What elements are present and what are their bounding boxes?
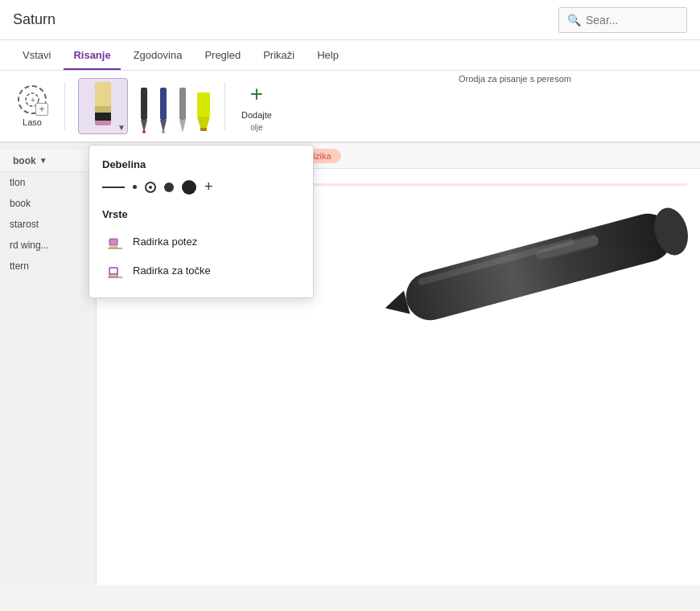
eraser-top <box>95 82 111 106</box>
svg-marker-16 <box>382 290 410 319</box>
vrste-title: Vrste <box>102 208 300 220</box>
laso-svg: + <box>24 92 40 108</box>
stroke-eraser-option[interactable]: Radirka potez <box>102 227 300 256</box>
pen-tool-1[interactable] <box>138 86 150 134</box>
pen-tool-3[interactable] <box>176 86 189 134</box>
thickness-medium-inner <box>149 186 152 189</box>
point-eraser-icon <box>105 260 125 280</box>
thickness-xlarge-dot[interactable] <box>182 180 196 195</box>
svg-rect-15 <box>535 235 599 260</box>
tab-prikazi[interactable]: Prikaži <box>253 39 304 70</box>
pen-tools-label: Orodja za pisanje s peresom <box>459 74 571 84</box>
separator-1 <box>64 82 65 130</box>
sidebar-item-starost[interactable]: starost <box>0 214 96 235</box>
stroke-eraser-label: Radirka potez <box>133 236 197 248</box>
laso-tool[interactable]: + Laso <box>13 80 51 132</box>
sidebar-item-ttern[interactable]: ttern <box>0 256 96 277</box>
svg-rect-12 <box>200 128 207 131</box>
app-title: Saturn <box>13 11 56 28</box>
eraser-tip <box>95 121 111 125</box>
svg-rect-18 <box>418 238 574 285</box>
tab-help[interactable]: Help <box>307 39 348 70</box>
svg-rect-2 <box>141 88 147 120</box>
eraser-bottom <box>95 113 111 121</box>
svg-point-4 <box>142 130 146 133</box>
pen-tool-2[interactable] <box>157 86 170 134</box>
ribbon-toolbar: + Laso ▼ <box>0 71 700 143</box>
highlighter-tool[interactable] <box>196 86 212 134</box>
add-tool-sublabel: olje <box>250 123 263 132</box>
eraser-tool-selected[interactable]: ▼ <box>78 78 128 134</box>
dropdown-arrow-icon: ▼ <box>117 123 126 132</box>
svg-rect-8 <box>179 88 186 120</box>
search-box[interactable]: 🔍 <box>558 7 687 33</box>
laso-label: Laso <box>23 117 42 127</box>
thickness-title: Debelina <box>102 158 300 170</box>
thickness-thin[interactable] <box>102 187 125 188</box>
point-eraser-option[interactable]: Radirka za točke <box>102 256 300 285</box>
laso-icon: + <box>18 85 47 114</box>
tab-risanje[interactable]: Risanje <box>64 39 120 70</box>
highlighter-svg <box>196 86 212 134</box>
pen-svg-3 <box>176 86 189 134</box>
search-input[interactable] <box>586 14 678 27</box>
notebook-header: book ▼ <box>0 150 96 172</box>
svg-rect-10 <box>197 92 210 117</box>
sidebar: book ▼ tlon book starost rd wing... tter… <box>0 143 97 585</box>
svg-rect-22 <box>109 268 117 274</box>
vrste-section: Vrste Radirka potez Radirka za točke <box>102 208 300 285</box>
add-tool-label: Dodajte <box>241 110 272 120</box>
sidebar-item-rdwing[interactable]: rd wing... <box>0 235 96 256</box>
svg-rect-5 <box>160 88 167 120</box>
thickness-options: + <box>102 178 300 195</box>
eraser-visual <box>84 82 122 130</box>
notebook-title: book <box>13 155 36 166</box>
svg-text:+: + <box>31 96 35 105</box>
pen-svg-1 <box>138 86 150 134</box>
eraser-dropdown: Debelina + Vrste Radirka potez <box>89 145 314 298</box>
thickness-large-dot[interactable] <box>164 182 174 192</box>
add-tool-button[interactable]: + Dodajte olje <box>238 78 275 135</box>
search-icon: 🔍 <box>567 14 581 27</box>
stroke-eraser-icon <box>105 232 125 251</box>
separator-2 <box>224 82 225 130</box>
svg-marker-9 <box>179 120 186 133</box>
svg-rect-14 <box>534 233 599 262</box>
point-eraser-label: Radirka za točke <box>133 264 211 277</box>
pen-tools-group <box>138 78 212 134</box>
sidebar-item-book[interactable]: book <box>0 193 96 214</box>
thickness-medium-dot[interactable] <box>145 182 156 193</box>
sidebar-item-tlon[interactable]: tlon <box>0 172 96 193</box>
ribbon-tabs: Vstavi Risanje Zgodovina Pregled Prikaži… <box>0 40 700 71</box>
svg-marker-11 <box>197 117 210 128</box>
thickness-small-dot[interactable] <box>133 185 137 189</box>
chevron-down-icon: ▼ <box>39 156 47 165</box>
plus-icon: + <box>250 81 263 107</box>
svg-point-7 <box>162 130 165 133</box>
svg-rect-19 <box>109 239 117 245</box>
tab-vstavi[interactable]: Vstavi <box>13 39 60 70</box>
title-bar: Saturn 🔍 <box>0 0 700 40</box>
tab-zgodovina[interactable]: Zgodovina <box>124 39 192 70</box>
tab-pregled[interactable]: Pregled <box>195 39 250 70</box>
eraser-mid <box>95 106 111 113</box>
pen-svg-2 <box>157 86 170 134</box>
thickness-plus-icon[interactable]: + <box>204 178 213 195</box>
